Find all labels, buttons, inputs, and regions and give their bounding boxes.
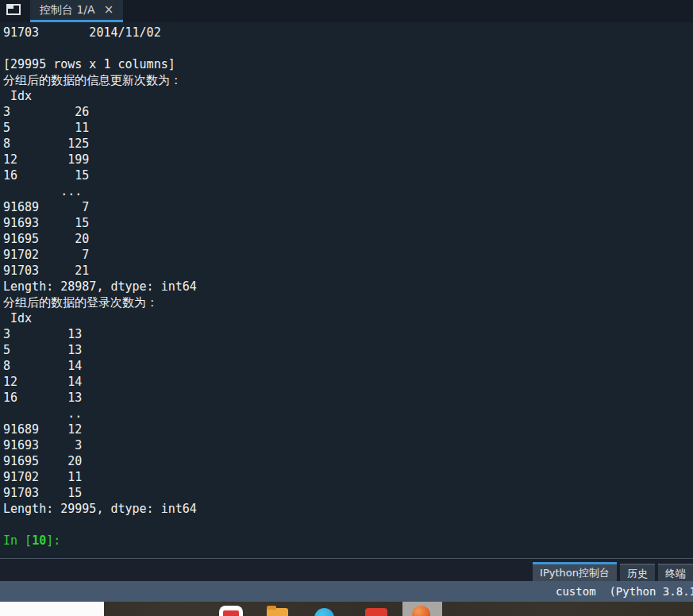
console-output-line: Length: 28987, dtype: int64: [3, 279, 693, 295]
console-output-line: 3 26: [3, 104, 693, 120]
console-output-line: 3 13: [3, 326, 693, 342]
console-output-line: 12 199: [3, 152, 693, 167]
console-output-line: Idx: [3, 88, 693, 104]
taskbar-red-white-app-icon[interactable]: [219, 606, 243, 616]
console-output-line: Idx: [3, 310, 693, 326]
console-output-line: 分组后的数据的信息更新次数为：: [3, 72, 693, 88]
console-output-line: 91693 15: [3, 215, 693, 231]
console-output-line: [3, 40, 693, 56]
windows-taskbar: [0, 602, 693, 616]
console-output-line: 16 15: [3, 167, 693, 183]
browse-tabs-icon[interactable]: [6, 2, 23, 18]
console-output-line: [29995 rows x 1 columns]: [3, 56, 693, 72]
taskbar-app-window[interactable]: [0, 602, 104, 616]
console-output-line: 12 14: [3, 374, 693, 390]
tab-terminal[interactable]: 终端: [658, 564, 693, 581]
tab-console-1a[interactable]: 控制台 1/A ×: [30, 0, 123, 22]
console-output-line: 5 11: [3, 120, 693, 136]
console-output-line: 91703 2014/11/02: [3, 25, 693, 40]
console-output-line: 91689 12: [3, 422, 693, 437]
console-output-line: 8 14: [3, 358, 693, 374]
taskbar-red-app-icon[interactable]: [365, 608, 387, 616]
tab-title: 控制台 1/A: [40, 3, 95, 17]
close-icon[interactable]: ×: [104, 4, 114, 16]
console-output-line: 91703 21: [3, 263, 693, 279]
console-output-line: 91702 7: [3, 247, 693, 263]
prompt-prefix: In [: [3, 533, 32, 548]
console-output-line: 16 13: [3, 390, 693, 406]
prompt-number: 10: [32, 533, 46, 548]
console-output-line: [3, 517, 693, 533]
console-output-line: 91702 11: [3, 469, 693, 485]
console-output-line: 5 13: [3, 342, 693, 358]
tab-ipython-console[interactable]: IPython控制台: [533, 562, 617, 581]
console-tabbar: 控制台 1/A ×: [0, 0, 693, 22]
console-output: 91702 2014/11/0191703 2014/11/02[29995 r…: [3, 22, 693, 533]
console-output-line: Length: 29995, dtype: int64: [3, 501, 693, 517]
statusbar: custom (Python 3.8.1: [0, 581, 693, 602]
taskbar-folder-icon[interactable]: [267, 608, 288, 616]
console-output-line: 分组后的数据的登录次数为：: [3, 295, 693, 310]
console-prompt: In [10]:: [3, 533, 693, 549]
taskbar-folder-icon-tab: [267, 606, 276, 610]
prompt-suffix: ]:: [46, 533, 60, 548]
console-output-line: 91693 3: [3, 437, 693, 453]
tab-history[interactable]: 历史: [620, 564, 655, 581]
browse-tabs-icon-outline: [6, 4, 21, 15]
console-output-line: ...: [3, 183, 693, 199]
console-output-line: 8 125: [3, 136, 693, 152]
console-output-line: 91695 20: [3, 453, 693, 469]
console-output-line: 91695 20: [3, 231, 693, 247]
console-output-line: 91703 15: [3, 485, 693, 501]
spyder-console-pane: 控制台 1/A × 91702 2014/11/0191703 2014/11/…: [0, 0, 693, 616]
interpreter-status: custom (Python 3.8.1: [556, 585, 693, 598]
console-output-line: 91689 7: [3, 199, 693, 215]
ipython-console[interactable]: 91702 2014/11/0191703 2014/11/02[29995 r…: [0, 22, 693, 558]
console-output-line: ..: [3, 406, 693, 422]
pane-tabbar: IPython控制台 历史 终端: [0, 558, 693, 581]
taskbar-blue-globe-icon[interactable]: [314, 608, 334, 616]
taskbar-red-white-app-icon-inner: [223, 610, 239, 616]
